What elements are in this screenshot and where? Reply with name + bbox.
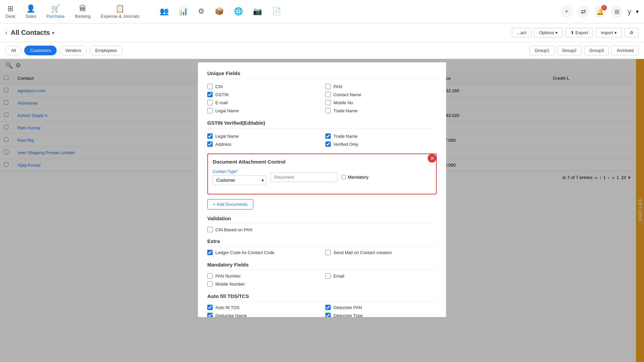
mandatory-fields-section: Mandatory Fields PAN Number Email Mobile… (207, 262, 437, 287)
action-button[interactable]: ...act (512, 28, 531, 38)
email-mandatory-field: Email (325, 273, 437, 279)
notification-badge: 0 (601, 5, 607, 10)
doc-attachment-section: Document Attachment Control Contact Type… (207, 154, 437, 194)
title-dropdown[interactable]: ▾ (52, 30, 54, 36)
cin-field: CIN (207, 84, 319, 89)
cin-pan-checkbox[interactable] (207, 227, 213, 232)
auto-fill-title: Auto fill TDS/TCS (207, 293, 437, 301)
user-avatar[interactable]: y (628, 7, 631, 16)
banking-icon: 🏛 (79, 4, 87, 13)
send-mail-checkbox[interactable] (325, 250, 331, 255)
mobile-no-checkbox[interactable] (325, 100, 331, 105)
ledger-code-checkbox[interactable] (207, 250, 213, 255)
gstin-legal-name-field: Legal Name (207, 133, 319, 139)
extra-title: Extra (207, 238, 437, 246)
mandatory-checkbox[interactable] (341, 175, 346, 179)
nav-expense-journals[interactable]: 📋 Expense & Journals (101, 4, 140, 19)
pan-number-checkbox[interactable] (207, 273, 213, 279)
legal-name-unique-checkbox[interactable] (207, 108, 213, 113)
nav-extra-4[interactable]: 📦 (215, 7, 224, 16)
archived-button[interactable]: Archived (611, 46, 639, 55)
nav-extra-2[interactable]: 📊 (179, 7, 188, 16)
gstin-trade-name-checkbox[interactable] (325, 133, 331, 139)
contact-type-label: Contact Type* (213, 169, 266, 174)
nav-purchase[interactable]: 🛒 Purchase (46, 4, 65, 19)
modal-dialog: Unique Fields CIN PAN GSTIN Contact Name (198, 62, 446, 317)
notification-button[interactable]: 🔔 0 (594, 6, 606, 18)
auto-fill-section: Auto fill TDS/TCS Auto fill TDS Deductee… (207, 293, 437, 317)
close-doc-button[interactable]: ✕ (428, 154, 436, 163)
mobile-number-field: Mobile Number (207, 281, 319, 287)
main-content: 🔍 ⚙ Contact Code Email Balance Credit L (0, 59, 644, 362)
settings-button[interactable]: ⚙ (625, 28, 639, 38)
back-button[interactable]: ‹ (5, 29, 7, 36)
extra-grid: Ledger Code As Contact Code Send Mail on… (207, 250, 437, 255)
nav-banking[interactable]: 🏛 Banking (75, 4, 91, 19)
expense-icon: 📋 (115, 4, 124, 13)
email-unique-checkbox[interactable] (207, 100, 213, 105)
trade-name-unique-checkbox[interactable] (325, 108, 331, 113)
nav-desk[interactable]: ⊞ Desk (5, 4, 15, 19)
export-button[interactable]: ⬆ Export (566, 28, 593, 38)
gstin-address-field: Address (207, 141, 319, 147)
add-button[interactable]: + (560, 6, 573, 18)
top-nav: ⊞ Desk 👤 Sales 🛒 Purchase 🏛 Banking 📋 Ex… (0, 0, 644, 23)
trade-name-field: Trade Name (325, 108, 437, 113)
mandatory-fields-title: Mandatory Fields (207, 262, 437, 270)
gstin-address-checkbox[interactable] (207, 141, 213, 147)
group1-button[interactable]: Group1 (530, 46, 554, 55)
tab-employees[interactable]: Employees (90, 46, 122, 55)
grid-button[interactable]: ⊞ (611, 6, 623, 18)
unique-fields-title: Unique Fields (207, 70, 437, 79)
group3-button[interactable]: Group3 (584, 46, 609, 55)
email-mandatory-checkbox[interactable] (325, 273, 331, 279)
user-dropdown[interactable]: ▾ (636, 8, 639, 15)
mandatory-label: Mandatory (348, 175, 368, 180)
gstin-verified-only-field: Verified Only (325, 141, 437, 147)
switch-button[interactable]: ⇄ (577, 6, 589, 18)
unique-fields-grid: CIN PAN GSTIN Contact Name E-mail (207, 84, 437, 113)
contact-name-checkbox[interactable] (325, 92, 331, 97)
ledger-code-field: Ledger Code As Contact Code (207, 250, 319, 255)
page-title: All Contacts (11, 29, 50, 37)
deductee-name-field: Deductee Name (207, 313, 319, 317)
document-input[interactable] (270, 172, 337, 182)
doc-row: Contact Type* Customer ▾ Mandatory (213, 169, 431, 185)
page-title-wrap: All Contacts ▾ (11, 29, 54, 37)
gstin-legal-name-checkbox[interactable] (207, 133, 213, 139)
gstin-verified-title: GSTIN Verified(Editable) (207, 120, 437, 129)
pan-number-field: PAN Number (207, 273, 319, 279)
purchase-icon: 🛒 (51, 4, 60, 13)
import-button[interactable]: Import ▾ (596, 28, 622, 38)
sales-icon: 👤 (26, 4, 35, 13)
add-documents-button[interactable]: + Add Documents (207, 199, 253, 209)
mobile-number-checkbox[interactable] (207, 281, 213, 287)
legal-name-field: Legal Name (207, 108, 319, 113)
cin-checkbox[interactable] (207, 84, 213, 89)
nav-sales[interactable]: 👤 Sales (25, 4, 37, 19)
deductee-type-checkbox[interactable] (325, 313, 331, 317)
gstin-verified-only-checkbox[interactable] (325, 141, 331, 147)
tab-all[interactable]: All (5, 46, 21, 55)
options-button[interactable]: Options ▾ (534, 28, 563, 38)
group2-button[interactable]: Group2 (557, 46, 582, 55)
auto-fill-tds-checkbox[interactable] (207, 305, 213, 310)
filter-bar: All Customers Vendors Employees Group1 G… (0, 42, 644, 59)
mandatory-wrap: Mandatory (341, 175, 368, 180)
nav-extra-3[interactable]: ⚙ (198, 7, 205, 16)
tab-customers[interactable]: Customers (24, 46, 57, 55)
cin-pan-field: CIN Based on PAN (207, 227, 437, 232)
nav-extra-6[interactable]: 📷 (253, 7, 262, 16)
contact-type-select[interactable]: Customer (213, 175, 266, 185)
nav-extra-5[interactable]: 🌐 (234, 7, 243, 16)
desk-icon: ⊞ (7, 4, 13, 13)
deductee-name-checkbox[interactable] (207, 313, 213, 317)
email-field: E-mail (207, 100, 319, 105)
nav-extra-7[interactable]: 📄 (272, 7, 281, 16)
deductee-pan-checkbox[interactable] (325, 305, 331, 310)
pan-checkbox[interactable] (325, 84, 331, 89)
gstin-verified-grid: Legal Name Trade Name Address Verified O… (207, 133, 437, 147)
nav-extra-1[interactable]: 👥 (160, 7, 169, 16)
tab-vendors[interactable]: Vendors (59, 46, 87, 55)
gstin-checkbox[interactable] (207, 92, 213, 97)
